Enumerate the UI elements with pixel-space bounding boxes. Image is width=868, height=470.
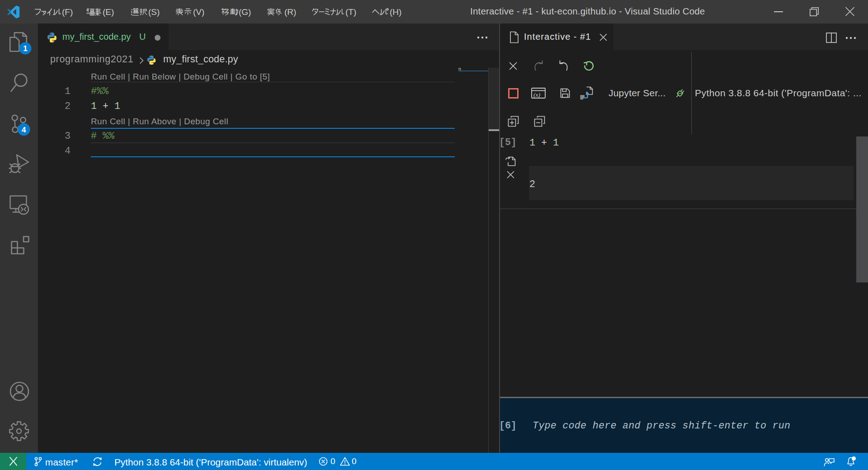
svg-text:(F): (F) xyxy=(62,7,73,17)
svg-text:(R): (R) xyxy=(284,7,296,17)
svg-text:(E): (E) xyxy=(103,7,114,17)
svg-text:(H): (H) xyxy=(390,7,401,17)
svg-text:(G): (G) xyxy=(239,7,251,17)
svg-text:4: 4 xyxy=(22,126,26,134)
svg-text:(x): (x) xyxy=(533,91,540,98)
svg-text:1: 1 xyxy=(23,44,27,53)
svg-text:(V): (V) xyxy=(193,7,204,17)
svg-text:(T): (T) xyxy=(345,7,356,17)
svg-text:(S): (S) xyxy=(148,7,160,17)
